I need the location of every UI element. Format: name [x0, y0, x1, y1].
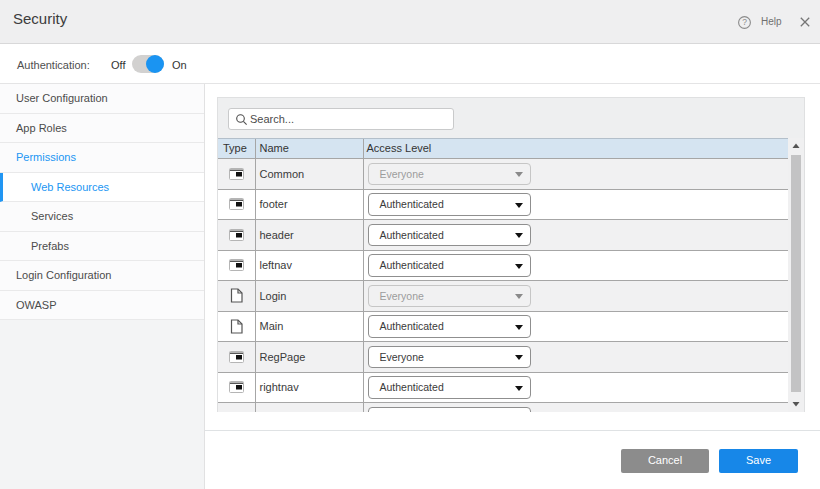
svg-text:?: ?	[742, 17, 747, 27]
